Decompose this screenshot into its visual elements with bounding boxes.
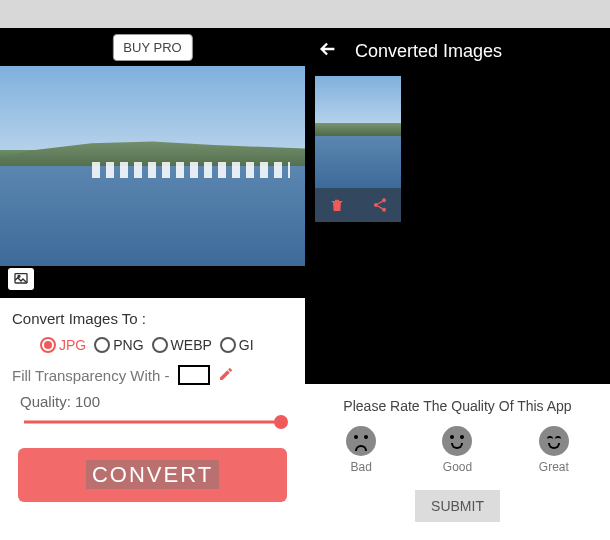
- format-label: PNG: [113, 337, 143, 353]
- quality-label: Quality:: [20, 393, 71, 410]
- rating-label: Bad: [350, 460, 371, 474]
- slider-track: [24, 421, 281, 424]
- svg-point-3: [374, 203, 378, 207]
- format-option-webp[interactable]: WEBP: [152, 337, 212, 353]
- quality-value: 100: [75, 393, 100, 410]
- format-label: JPG: [59, 337, 86, 353]
- radio-icon: [220, 337, 236, 353]
- quality-slider[interactable]: [24, 412, 281, 432]
- top-bar: Converted Images: [305, 28, 610, 74]
- preview-image: [0, 66, 305, 266]
- thumbnail-actions: [315, 188, 401, 222]
- format-option-jpg[interactable]: JPG: [40, 337, 86, 353]
- format-radio-group: JPG PNG WEBP GI: [12, 337, 293, 353]
- rating-label: Great: [539, 460, 569, 474]
- share-icon[interactable]: [358, 188, 401, 222]
- svg-point-2: [382, 198, 386, 202]
- rating-options: Bad Good Great: [313, 426, 602, 474]
- format-label: GI: [239, 337, 254, 353]
- svg-point-1: [18, 275, 20, 277]
- gallery-icon[interactable]: [8, 268, 34, 290]
- thumbnail-image: [315, 76, 401, 188]
- status-bar: [0, 0, 305, 28]
- delete-icon[interactable]: [315, 188, 358, 222]
- sad-face-icon: [346, 426, 376, 456]
- edit-icon[interactable]: [218, 366, 234, 385]
- slider-thumb[interactable]: [274, 415, 288, 429]
- page-title: Converted Images: [355, 41, 502, 62]
- svg-point-4: [382, 208, 386, 212]
- neutral-face-icon: [442, 426, 472, 456]
- radio-icon: [94, 337, 110, 353]
- rating-option-bad[interactable]: Bad: [346, 426, 376, 474]
- image-preview-area: BUY PRO: [0, 28, 305, 298]
- rating-option-great[interactable]: Great: [539, 426, 569, 474]
- fill-color-swatch[interactable]: [178, 365, 210, 385]
- rating-panel: Please Rate The Quality Of This App Bad …: [305, 384, 610, 540]
- buy-pro-button[interactable]: BUY PRO: [112, 34, 192, 61]
- fill-transparency-row: Fill Transparency With -: [12, 365, 293, 385]
- format-option-gif[interactable]: GI: [220, 337, 254, 353]
- status-bar: [305, 0, 610, 28]
- screen-convert: BUY PRO Convert Images To : JPG PNG: [0, 0, 305, 540]
- radio-icon: [40, 337, 56, 353]
- rating-option-good[interactable]: Good: [442, 426, 472, 474]
- quality-row: Quality: 100: [12, 393, 293, 410]
- rating-prompt: Please Rate The Quality Of This App: [313, 398, 602, 414]
- format-option-png[interactable]: PNG: [94, 337, 143, 353]
- converted-body: Converted Images: [305, 28, 610, 384]
- converted-thumbnail[interactable]: [315, 76, 401, 222]
- fill-transparency-label: Fill Transparency With -: [12, 367, 170, 384]
- radio-icon: [152, 337, 168, 353]
- convert-to-label: Convert Images To :: [12, 310, 293, 327]
- controls-panel: Convert Images To : JPG PNG WEBP GI Fill…: [0, 298, 305, 540]
- happy-face-icon: [539, 426, 569, 456]
- screen-converted: Converted Images Please Rate The Quality…: [305, 0, 610, 540]
- submit-button[interactable]: SUBMIT: [415, 490, 500, 522]
- convert-button[interactable]: CONVERT: [18, 448, 287, 502]
- back-icon[interactable]: [317, 38, 339, 64]
- format-label: WEBP: [171, 337, 212, 353]
- rating-label: Good: [443, 460, 472, 474]
